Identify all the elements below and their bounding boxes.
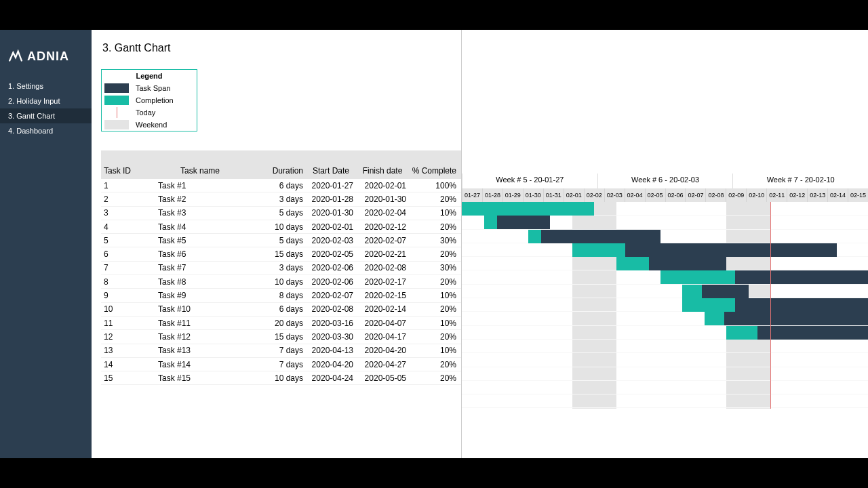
table-row[interactable]: 1Task #16 days2020-01-272020-02-01100% [101, 179, 461, 192]
table-row[interactable]: 14Task #147 days2020-04-202020-04-2720% [101, 358, 461, 371]
cell-pct: 20% [409, 249, 459, 259]
table-row[interactable]: 7Task #73 days2020-02-062020-02-0830% [101, 262, 461, 275]
sidebar-item-1[interactable]: 2. Holiday Input [0, 94, 92, 108]
cell-id: 14 [101, 360, 139, 369]
cell-dur: 7 days [261, 346, 306, 355]
cell-name: Task #1 [139, 181, 261, 190]
gantt-row [462, 216, 868, 229]
bar-completion [682, 298, 735, 312]
week-cell: Week # 6 - 20-02-03 [597, 174, 733, 188]
left-pane: 3. Gantt Chart Legend Task SpanCompletio… [92, 30, 462, 458]
cell-pct: 10% [409, 346, 459, 355]
bar-completion [616, 257, 650, 270]
cell-finish: 2020-02-15 [356, 291, 409, 300]
cell-name: Task #5 [139, 236, 261, 245]
table-row[interactable]: 10Task #106 days2020-02-082020-02-1420% [101, 303, 461, 317]
bar-completion [726, 326, 757, 340]
date-cell: 02-07 [685, 188, 705, 202]
cell-pct: 10% [409, 291, 459, 300]
logo-icon [8, 49, 23, 64]
cell-pct: 20% [409, 304, 459, 314]
cell-dur: 3 days [261, 195, 306, 204]
table-row[interactable]: 8Task #810 days2020-02-062020-02-1720% [101, 275, 461, 289]
gantt-row [462, 367, 868, 381]
legend-row-task: Task Span [102, 82, 197, 94]
sidebar-item-2[interactable]: 3. Gantt Chart [0, 108, 92, 123]
logo: ADNIA [0, 43, 92, 79]
logo-text: ADNIA [27, 49, 69, 64]
date-cell: 02-05 [645, 188, 665, 202]
cell-finish: 2020-02-01 [356, 181, 409, 190]
table-row[interactable]: 6Task #615 days2020-02-052020-02-2120% [101, 247, 461, 261]
date-cell: 01-29 [502, 188, 523, 202]
cell-dur: 10 days [261, 222, 306, 232]
date-cell: 02-01 [564, 188, 584, 202]
cell-start: 2020-04-24 [306, 373, 356, 383]
cell-id: 9 [101, 291, 139, 300]
cell-dur: 6 days [261, 181, 306, 190]
cell-name: Task #7 [139, 263, 261, 272]
cell-name: Task #14 [139, 360, 261, 369]
table-row[interactable]: 11Task #1120 days2020-03-162020-04-0710% [101, 317, 461, 330]
date-cell: 02-12 [787, 188, 807, 202]
table-row[interactable]: 9Task #98 days2020-02-072020-02-1510% [101, 289, 461, 302]
cell-pct: 20% [409, 332, 459, 342]
gantt-row [462, 230, 868, 243]
cell-finish: 2020-04-07 [356, 319, 409, 328]
cell-id: 7 [101, 263, 139, 272]
col-duration: Duration [261, 166, 306, 176]
cell-start: 2020-02-07 [306, 291, 356, 300]
cell-dur: 5 days [261, 208, 306, 218]
cell-finish: 2020-01-30 [356, 195, 409, 204]
legend-box: Legend Task SpanCompletionTodayWeekend [101, 69, 197, 131]
bar-completion [528, 230, 542, 243]
col-id: Task ID [101, 166, 139, 176]
cell-finish: 2020-02-07 [356, 236, 409, 245]
gantt-body [462, 202, 868, 409]
bar-span[interactable] [528, 230, 660, 243]
legend-row-today: Today [102, 106, 197, 119]
cell-id: 5 [101, 236, 139, 245]
table-row[interactable]: 12Task #1215 days2020-03-302020-04-1720% [101, 330, 461, 344]
cell-start: 2020-02-03 [306, 236, 356, 245]
date-cell: 02-08 [705, 188, 726, 202]
cell-start: 2020-01-27 [306, 181, 356, 190]
cell-name: Task #4 [139, 222, 261, 232]
cell-name: Task #9 [139, 291, 261, 300]
table-row[interactable]: 5Task #55 days2020-02-032020-02-0730% [101, 234, 461, 247]
sidebar-item-3[interactable]: 4. Dashboard [0, 123, 92, 138]
cell-dur: 15 days [261, 332, 306, 342]
week-cell: Week # 5 - 20-01-27 [462, 174, 597, 188]
gantt-pane[interactable]: Week # 5 - 20-01-27Week # 6 - 20-02-03We… [462, 30, 868, 458]
cell-dur: 10 days [261, 373, 306, 383]
gantt-row [462, 298, 868, 312]
cell-start: 2020-02-06 [306, 263, 356, 272]
cell-pct: 10% [409, 319, 459, 328]
col-name: Task name [139, 166, 261, 176]
cell-start: 2020-03-30 [306, 332, 356, 342]
cell-finish: 2020-04-20 [356, 346, 409, 355]
cell-name: Task #3 [139, 208, 261, 218]
col-finish: Finish date [356, 166, 409, 176]
bar-span[interactable] [705, 312, 869, 325]
legend-row-weekend: Weekend [102, 119, 197, 131]
cell-dur: 3 days [261, 263, 306, 272]
week-header: Week # 5 - 20-01-27Week # 6 - 20-02-03We… [462, 174, 868, 188]
table-row[interactable]: 4Task #410 days2020-02-012020-02-1220% [101, 220, 461, 234]
table-row[interactable]: 3Task #35 days2020-01-302020-02-0410% [101, 207, 461, 220]
date-cell: 02-11 [766, 188, 787, 202]
table-row[interactable]: 15Task #1510 days2020-04-242020-05-0520% [101, 371, 461, 385]
cell-dur: 8 days [261, 291, 306, 300]
cell-id: 6 [101, 249, 139, 259]
cell-name: Task #12 [139, 332, 261, 342]
sidebar-item-0[interactable]: 1. Settings [0, 79, 92, 94]
table-row[interactable]: 2Task #23 days2020-01-282020-01-3020% [101, 192, 461, 206]
table-row[interactable]: 13Task #137 days2020-04-132020-04-2010% [101, 344, 461, 358]
col-pct: % Complete [409, 166, 459, 176]
cell-finish: 2020-02-14 [356, 304, 409, 314]
col-start: Start Date [306, 166, 356, 176]
cell-name: Task #11 [139, 319, 261, 328]
bar-completion [705, 312, 724, 325]
date-header: 01-2701-2801-2901-3001-3102-0102-0202-03… [462, 188, 868, 202]
cell-id: 13 [101, 346, 139, 355]
